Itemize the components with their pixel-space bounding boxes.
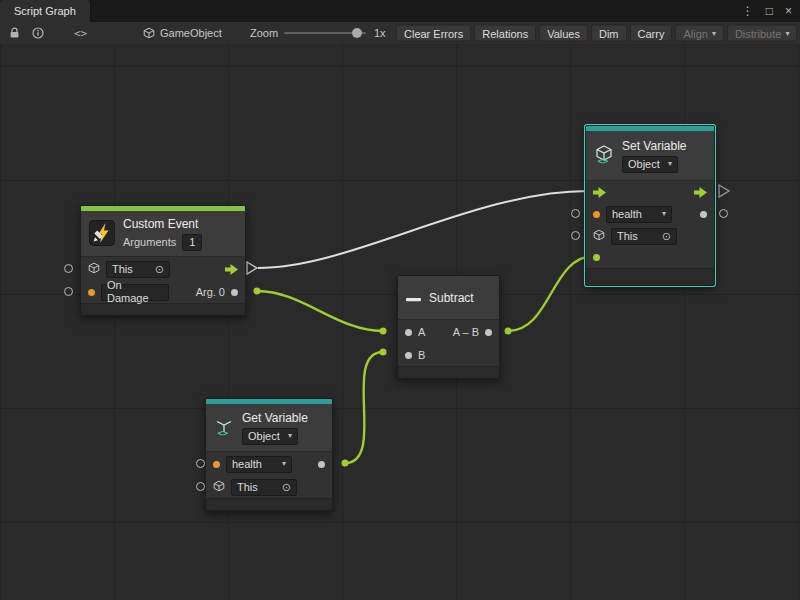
info-icon[interactable]	[32, 27, 44, 39]
gameobject-label: GameObject	[160, 27, 222, 39]
unity-script-graph-window: Script Graph ⋮ □ × <> GameObject Zoom 1x…	[0, 0, 800, 600]
chevron-down-icon: ▾	[282, 460, 286, 468]
distribute-dropdown[interactable]: Distribute▾	[727, 25, 797, 42]
custom-event-icon	[89, 220, 115, 248]
subtract-icon	[406, 292, 421, 304]
node-title: Subtract	[429, 291, 474, 305]
variable-name-port[interactable]	[213, 461, 220, 468]
node-title: Custom Event	[123, 217, 202, 231]
node-footer	[586, 268, 714, 285]
this-value: This	[237, 481, 258, 494]
port-circle-getvariable-name[interactable]	[196, 459, 205, 468]
align-dropdown[interactable]: Align▾	[675, 25, 723, 42]
port-circle-customevent-this[interactable]	[64, 264, 73, 273]
variable-name-dropdown[interactable]: health ▾	[226, 456, 292, 473]
this-field[interactable]: This ⊙	[231, 479, 297, 496]
variable-name-port[interactable]	[593, 211, 600, 218]
flow-output-arrow-customevent[interactable]	[247, 262, 257, 274]
zoom-value: 1x	[374, 27, 386, 39]
input-b-port[interactable]	[405, 352, 412, 359]
flow-output-port[interactable]	[694, 187, 707, 198]
connection-arg0-subtract-a[interactable]	[257, 291, 383, 331]
align-label: Align	[683, 26, 707, 40]
arguments-field[interactable]: 1	[182, 234, 202, 251]
value-output-port[interactable]	[700, 211, 707, 218]
node-title: Set Variable	[622, 139, 686, 153]
scope-value: Object	[248, 430, 280, 443]
dim-button[interactable]: Dim	[591, 25, 627, 42]
gameobject-cube-icon	[88, 262, 100, 276]
port-circle-setvariable-this[interactable]	[571, 231, 580, 240]
scope-value: Object	[628, 158, 660, 171]
window-controls: ⋮ □ ×	[742, 0, 792, 22]
connection-flow-customevent-setvariable[interactable]	[258, 191, 588, 268]
node-set-variable[interactable]: <> Set Variable Object ▾	[585, 125, 715, 286]
value-input-port[interactable]	[593, 254, 600, 261]
port-circle-setvariable-name[interactable]	[571, 209, 580, 218]
wire-endpoint[interactable]	[342, 460, 349, 467]
event-name-field[interactable]: On Damage	[101, 284, 169, 301]
port-circle-getvariable-this[interactable]	[196, 482, 205, 491]
arg0-label: Arg. 0	[196, 286, 225, 298]
graph-canvas[interactable]: Custom Event Arguments 1 This ⊙	[0, 44, 800, 600]
node-footer	[81, 303, 245, 315]
zoom-label: Zoom	[250, 27, 278, 39]
this-field[interactable]: This ⊙	[106, 261, 170, 278]
port-circle-customevent-name[interactable]	[64, 287, 73, 296]
clear-errors-button[interactable]: Clear Errors	[396, 25, 471, 42]
arg0-output-port[interactable]	[231, 289, 238, 296]
arguments-label: Arguments	[123, 236, 176, 248]
chevron-down-icon: ▾	[712, 29, 716, 37]
flow-output-port[interactable]	[225, 264, 238, 275]
input-a-label: A	[418, 326, 425, 338]
wire-endpoint[interactable]	[505, 328, 512, 335]
maximize-icon[interactable]: □	[766, 5, 773, 17]
zoom-slider[interactable]	[284, 27, 366, 39]
chevron-down-icon: ▾	[668, 160, 672, 168]
connection-getvariable-subtract-b[interactable]	[345, 352, 383, 463]
close-icon[interactable]: ×	[785, 5, 792, 17]
values-button[interactable]: Values	[539, 25, 588, 42]
variable-icon: <>	[214, 417, 234, 439]
this-field[interactable]: This ⊙	[611, 228, 677, 245]
relations-button[interactable]: Relations	[474, 25, 536, 42]
clear-errors-label: Clear Errors	[404, 26, 463, 40]
carry-label: Carry	[638, 26, 665, 40]
code-icon[interactable]: <>	[74, 27, 87, 40]
output-port[interactable]	[485, 329, 492, 336]
input-b-label: B	[418, 349, 425, 361]
lock-icon[interactable]	[9, 27, 20, 39]
chevron-down-icon: ▾	[288, 432, 292, 440]
event-name-port[interactable]	[88, 289, 95, 296]
variable-name-value: health	[612, 208, 642, 221]
variable-scope-dropdown[interactable]: Object ▾	[622, 156, 678, 173]
connection-subtract-setvariable-value[interactable]	[508, 256, 594, 331]
chevron-down-icon: ▾	[785, 29, 789, 37]
values-label: Values	[547, 26, 580, 40]
object-picker-icon[interactable]: ⊙	[282, 482, 291, 493]
flow-input-port[interactable]	[593, 187, 606, 198]
node-get-variable[interactable]: <> Get Variable Object ▾ health ▾	[205, 398, 333, 511]
wire-endpoint[interactable]	[380, 349, 387, 356]
object-picker-icon[interactable]: ⊙	[662, 231, 671, 242]
flow-output-arrow-setvariable[interactable]	[719, 185, 729, 197]
wire-endpoint[interactable]	[380, 328, 387, 335]
distribute-label: Distribute	[735, 26, 781, 40]
carry-button[interactable]: Carry	[630, 25, 673, 42]
event-name-value: On Damage	[107, 279, 163, 305]
node-footer	[206, 498, 332, 510]
zoom-slider-knob[interactable]	[352, 28, 362, 38]
tab-script-graph[interactable]: Script Graph	[0, 0, 91, 22]
variable-name-dropdown[interactable]: health ▾	[606, 206, 672, 223]
wire-endpoint[interactable]	[254, 288, 261, 295]
node-custom-event[interactable]: Custom Event Arguments 1 This ⊙	[80, 205, 246, 316]
value-output-port[interactable]	[318, 461, 325, 468]
port-circle-setvariable-output[interactable]	[719, 209, 728, 218]
this-value: This	[112, 263, 133, 276]
input-a-port[interactable]	[405, 329, 412, 336]
variable-scope-dropdown[interactable]: Object ▾	[242, 428, 298, 445]
pane-menu-icon[interactable]: ⋮	[742, 5, 754, 17]
node-subtract[interactable]: Subtract A A – B B	[397, 275, 500, 379]
object-picker-icon[interactable]: ⊙	[155, 264, 164, 275]
node-title: Get Variable	[242, 411, 308, 425]
